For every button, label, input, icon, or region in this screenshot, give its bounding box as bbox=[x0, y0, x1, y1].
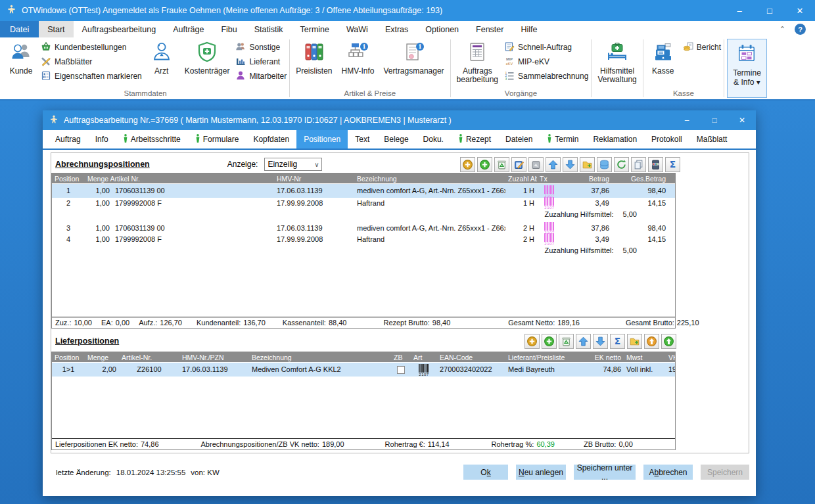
arzt-button[interactable]: Arzt bbox=[145, 39, 179, 76]
tab-reklamation[interactable]: Reklamation bbox=[586, 130, 644, 149]
menu-statistik[interactable]: Statistik bbox=[246, 21, 292, 37]
tab-auftrag[interactable]: Auftrag bbox=[48, 130, 88, 149]
menu-optionen[interactable]: Optionen bbox=[417, 21, 467, 37]
zb-checkbox[interactable] bbox=[397, 366, 405, 374]
mitarbeiter-button[interactable]: Mitarbeiter bbox=[235, 70, 287, 83]
sammelabrechnung-button[interactable]: 123 Sammelabrechnung bbox=[504, 70, 588, 83]
tab-positionen[interactable]: Positionen bbox=[296, 130, 348, 149]
kunde-button[interactable]: Kunde bbox=[4, 39, 38, 76]
menu-extras[interactable]: Extras bbox=[377, 21, 417, 37]
menu-auftragsbearbeitung[interactable]: Auftragsbearbeitung bbox=[74, 21, 165, 37]
hmv-info-button[interactable]: i HMV-Info bbox=[338, 39, 378, 76]
hilfsmittel-verwaltung-button[interactable]: HilfsmittelVerwaltung bbox=[594, 39, 640, 84]
sum-icon[interactable]: Σ bbox=[610, 334, 625, 349]
move-up-icon[interactable] bbox=[546, 157, 561, 172]
speichern-button[interactable]: Speichern bbox=[701, 465, 749, 480]
move-down-icon[interactable] bbox=[593, 334, 608, 349]
refresh-icon[interactable] bbox=[614, 157, 629, 172]
menu-fenster[interactable]: Fenster bbox=[467, 21, 512, 37]
tab-text[interactable]: Text bbox=[348, 130, 377, 149]
recycle-delete-icon[interactable] bbox=[559, 334, 574, 349]
up-circle-green-icon[interactable] bbox=[661, 334, 676, 349]
subtotal-row: Zuzahlung Hilfsmittel: 5,00 bbox=[52, 245, 675, 256]
table-row[interactable]: 1 1,00 1706031139 00 17.06.03.1139 mediv… bbox=[52, 184, 675, 198]
add-green-icon[interactable] bbox=[542, 334, 557, 349]
ribbon-group-vorgaenge: Auftragsbearbeitung Schnell-Auftrag MIPe… bbox=[451, 37, 592, 99]
dialog-close-icon[interactable]: ✕ bbox=[728, 110, 756, 130]
maximize-icon[interactable]: □ bbox=[755, 0, 785, 21]
tab-arbeitsschritte[interactable]: Arbeitsschritte bbox=[116, 130, 188, 149]
barcode-icon: 2107 bbox=[544, 185, 555, 198]
tab-protokoll[interactable]: Protokoll bbox=[644, 130, 689, 149]
close-icon[interactable]: ✕ bbox=[785, 0, 815, 21]
collapse-ribbon-icon[interactable]: ⌃ bbox=[780, 25, 785, 34]
catalog-icon[interactable] bbox=[648, 157, 663, 172]
tab-doku[interactable]: Doku. bbox=[416, 130, 451, 149]
termine-info-label: Termine& Info ▾ bbox=[733, 68, 761, 87]
pencil-ruler-icon bbox=[41, 56, 51, 68]
auftragsbearbeitung-button[interactable]: Auftragsbearbeitung bbox=[454, 39, 501, 84]
bericht-button[interactable]: Bericht bbox=[683, 41, 721, 54]
massblaetter-button[interactable]: Maßblätter bbox=[41, 55, 142, 68]
export-folder-icon[interactable] bbox=[580, 157, 595, 172]
mip-ekv-button[interactable]: MIPeKV MIP-eKV bbox=[504, 55, 588, 68]
abbrechen-button[interactable]: Abbrechen bbox=[643, 465, 693, 480]
anzeige-select[interactable]: Einzeilig ∨ bbox=[264, 158, 322, 171]
tab-rezept[interactable]: Rezept bbox=[451, 130, 498, 149]
move-down-icon[interactable] bbox=[563, 157, 578, 172]
add-gold-icon[interactable] bbox=[460, 157, 475, 172]
document-purple-icon bbox=[467, 41, 488, 65]
termine-info-button[interactable]: Termine& Info ▾ bbox=[727, 39, 767, 98]
table-row[interactable]: 2 1,00 1799992008 F 17.99.99.2008 Haftra… bbox=[52, 198, 675, 209]
recycle-delete-icon[interactable] bbox=[494, 157, 509, 172]
menu-termine[interactable]: Termine bbox=[292, 21, 338, 37]
add-gold-icon[interactable] bbox=[524, 334, 540, 349]
tab-formulare[interactable]: Formulare bbox=[188, 130, 246, 149]
eigenschaften-markieren-button[interactable]: Eigenschaften markieren bbox=[41, 70, 142, 83]
menu-start[interactable]: Start bbox=[39, 21, 73, 37]
ribbon-group-kasse: Kasse Bericht Kasse bbox=[643, 37, 724, 99]
table-row[interactable]: 1>1 2,00 Z26100 17.06.03.1139 Mediven Co… bbox=[52, 363, 675, 377]
menu-wawi[interactable]: WaWi bbox=[338, 21, 377, 37]
minimize-icon[interactable]: – bbox=[724, 0, 755, 21]
up-circle-orange-icon[interactable] bbox=[644, 334, 659, 349]
schnell-auftrag-button[interactable]: Schnell-Auftrag bbox=[504, 41, 588, 54]
menu-datei[interactable]: Datei bbox=[0, 21, 39, 37]
kundenbestellungen-button[interactable]: Kundenbestellungen bbox=[41, 41, 142, 54]
dialog-minimize-icon[interactable]: – bbox=[673, 110, 701, 130]
vertragsmanager-button[interactable]: i Vertragsmanager bbox=[381, 39, 448, 76]
svg-text:i: i bbox=[363, 43, 365, 50]
tab-kopfdaten[interactable]: Kopfdaten bbox=[246, 130, 296, 149]
help-icon[interactable]: ? bbox=[795, 24, 806, 35]
tab-dateien[interactable]: Dateien bbox=[498, 130, 540, 149]
billing-section-header: Abrechnungspositionen Anzeige: Einzeilig… bbox=[51, 153, 749, 173]
menu-auftraege[interactable]: Aufträge bbox=[164, 21, 212, 37]
add-green-icon[interactable] bbox=[477, 157, 492, 172]
edit-icon[interactable] bbox=[511, 157, 526, 172]
tab-info[interactable]: Info bbox=[88, 130, 116, 149]
archive-icon[interactable] bbox=[528, 157, 544, 172]
sonstige-button[interactable]: Sonstige bbox=[235, 41, 287, 54]
tab-massblatt[interactable]: Maßblatt bbox=[689, 130, 735, 149]
dialog-maximize-icon[interactable]: □ bbox=[701, 110, 728, 130]
table-row[interactable]: 3 1,00 1706031139 00 17.06.03.1139 mediv… bbox=[52, 223, 675, 234]
menu-fibu[interactable]: Fibu bbox=[212, 21, 245, 37]
kasse-button[interactable]: Kasse bbox=[646, 39, 680, 76]
tab-belege[interactable]: Belege bbox=[377, 130, 415, 149]
copy-icon[interactable] bbox=[631, 157, 646, 172]
kostentraeger-button[interactable]: Kostenträger bbox=[181, 39, 233, 76]
database-icon[interactable] bbox=[597, 157, 612, 172]
cash-register-icon bbox=[653, 41, 674, 65]
speichern-unter-button[interactable]: Speichern unter ... bbox=[574, 465, 636, 480]
person-purple-icon bbox=[235, 70, 246, 83]
neu-anlegen-button[interactable]: Neu anlegen bbox=[516, 465, 566, 480]
menu-hilfe[interactable]: Hilfe bbox=[512, 21, 546, 37]
ok-button[interactable]: Ok bbox=[463, 465, 508, 480]
preislisten-button[interactable]: Preislisten bbox=[292, 39, 335, 76]
export-folder-icon[interactable] bbox=[627, 334, 642, 349]
table-row[interactable]: 4 1,00 1799992008 F 17.99.99.2008 Haftra… bbox=[52, 234, 675, 245]
tab-termin[interactable]: Termin bbox=[540, 130, 586, 149]
lieferant-button[interactable]: Lieferant bbox=[235, 55, 287, 68]
sum-icon[interactable]: Σ bbox=[665, 157, 680, 172]
move-up-icon[interactable] bbox=[576, 334, 591, 349]
